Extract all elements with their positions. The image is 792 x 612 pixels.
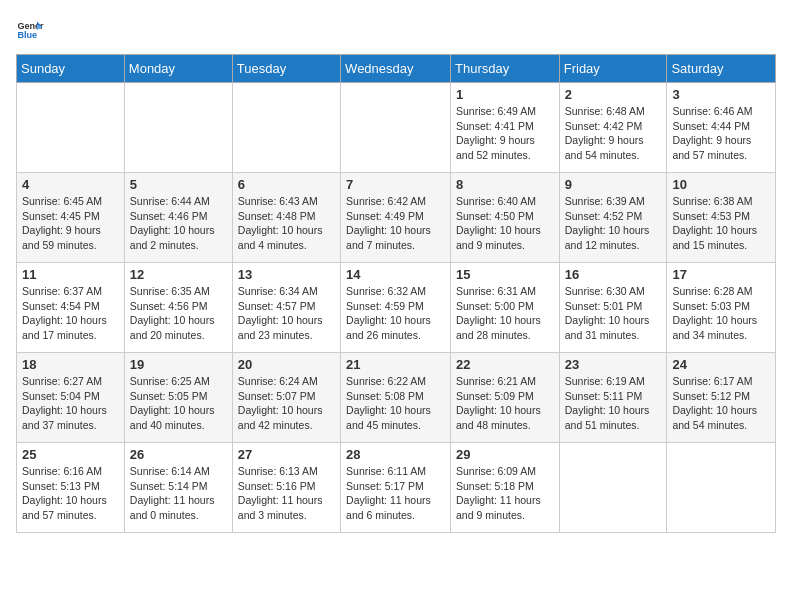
calendar-table: SundayMondayTuesdayWednesdayThursdayFrid…: [16, 54, 776, 533]
day-number: 3: [672, 87, 770, 102]
day-cell: 5Sunrise: 6:44 AM Sunset: 4:46 PM Daylig…: [124, 173, 232, 263]
day-cell: 20Sunrise: 6:24 AM Sunset: 5:07 PM Dayli…: [232, 353, 340, 443]
day-number: 15: [456, 267, 554, 282]
day-number: 2: [565, 87, 662, 102]
calendar-header-row: SundayMondayTuesdayWednesdayThursdayFrid…: [17, 55, 776, 83]
header-wednesday: Wednesday: [341, 55, 451, 83]
day-info: Sunrise: 6:19 AM Sunset: 5:11 PM Dayligh…: [565, 374, 662, 433]
day-cell: [17, 83, 125, 173]
day-number: 12: [130, 267, 227, 282]
day-number: 14: [346, 267, 445, 282]
day-cell: 7Sunrise: 6:42 AM Sunset: 4:49 PM Daylig…: [341, 173, 451, 263]
day-cell: 15Sunrise: 6:31 AM Sunset: 5:00 PM Dayli…: [451, 263, 560, 353]
day-cell: 29Sunrise: 6:09 AM Sunset: 5:18 PM Dayli…: [451, 443, 560, 533]
day-info: Sunrise: 6:45 AM Sunset: 4:45 PM Dayligh…: [22, 194, 119, 253]
day-cell: 9Sunrise: 6:39 AM Sunset: 4:52 PM Daylig…: [559, 173, 667, 263]
page-header: General Blue: [16, 16, 776, 44]
day-info: Sunrise: 6:11 AM Sunset: 5:17 PM Dayligh…: [346, 464, 445, 523]
day-number: 8: [456, 177, 554, 192]
day-number: 27: [238, 447, 335, 462]
day-cell: 24Sunrise: 6:17 AM Sunset: 5:12 PM Dayli…: [667, 353, 776, 443]
day-info: Sunrise: 6:48 AM Sunset: 4:42 PM Dayligh…: [565, 104, 662, 163]
day-number: 22: [456, 357, 554, 372]
svg-text:Blue: Blue: [17, 30, 37, 40]
day-info: Sunrise: 6:46 AM Sunset: 4:44 PM Dayligh…: [672, 104, 770, 163]
day-cell: 6Sunrise: 6:43 AM Sunset: 4:48 PM Daylig…: [232, 173, 340, 263]
day-info: Sunrise: 6:22 AM Sunset: 5:08 PM Dayligh…: [346, 374, 445, 433]
day-cell: 21Sunrise: 6:22 AM Sunset: 5:08 PM Dayli…: [341, 353, 451, 443]
day-cell: 12Sunrise: 6:35 AM Sunset: 4:56 PM Dayli…: [124, 263, 232, 353]
day-info: Sunrise: 6:38 AM Sunset: 4:53 PM Dayligh…: [672, 194, 770, 253]
header-saturday: Saturday: [667, 55, 776, 83]
header-thursday: Thursday: [451, 55, 560, 83]
logo-icon: General Blue: [16, 16, 44, 44]
day-info: Sunrise: 6:09 AM Sunset: 5:18 PM Dayligh…: [456, 464, 554, 523]
day-number: 26: [130, 447, 227, 462]
day-cell: 23Sunrise: 6:19 AM Sunset: 5:11 PM Dayli…: [559, 353, 667, 443]
header-friday: Friday: [559, 55, 667, 83]
day-info: Sunrise: 6:28 AM Sunset: 5:03 PM Dayligh…: [672, 284, 770, 343]
day-number: 7: [346, 177, 445, 192]
day-number: 11: [22, 267, 119, 282]
day-info: Sunrise: 6:32 AM Sunset: 4:59 PM Dayligh…: [346, 284, 445, 343]
day-info: Sunrise: 6:25 AM Sunset: 5:05 PM Dayligh…: [130, 374, 227, 433]
day-cell: 19Sunrise: 6:25 AM Sunset: 5:05 PM Dayli…: [124, 353, 232, 443]
day-cell: 22Sunrise: 6:21 AM Sunset: 5:09 PM Dayli…: [451, 353, 560, 443]
header-monday: Monday: [124, 55, 232, 83]
day-info: Sunrise: 6:44 AM Sunset: 4:46 PM Dayligh…: [130, 194, 227, 253]
day-cell: 27Sunrise: 6:13 AM Sunset: 5:16 PM Dayli…: [232, 443, 340, 533]
day-cell: 10Sunrise: 6:38 AM Sunset: 4:53 PM Dayli…: [667, 173, 776, 263]
day-number: 29: [456, 447, 554, 462]
day-number: 24: [672, 357, 770, 372]
day-cell: 13Sunrise: 6:34 AM Sunset: 4:57 PM Dayli…: [232, 263, 340, 353]
header-sunday: Sunday: [17, 55, 125, 83]
week-row-1: 1Sunrise: 6:49 AM Sunset: 4:41 PM Daylig…: [17, 83, 776, 173]
day-info: Sunrise: 6:30 AM Sunset: 5:01 PM Dayligh…: [565, 284, 662, 343]
day-number: 5: [130, 177, 227, 192]
week-row-2: 4Sunrise: 6:45 AM Sunset: 4:45 PM Daylig…: [17, 173, 776, 263]
day-number: 13: [238, 267, 335, 282]
week-row-4: 18Sunrise: 6:27 AM Sunset: 5:04 PM Dayli…: [17, 353, 776, 443]
day-number: 4: [22, 177, 119, 192]
day-number: 21: [346, 357, 445, 372]
day-cell: [232, 83, 340, 173]
day-number: 10: [672, 177, 770, 192]
day-info: Sunrise: 6:49 AM Sunset: 4:41 PM Dayligh…: [456, 104, 554, 163]
day-cell: 3Sunrise: 6:46 AM Sunset: 4:44 PM Daylig…: [667, 83, 776, 173]
day-cell: [559, 443, 667, 533]
day-info: Sunrise: 6:27 AM Sunset: 5:04 PM Dayligh…: [22, 374, 119, 433]
day-info: Sunrise: 6:42 AM Sunset: 4:49 PM Dayligh…: [346, 194, 445, 253]
day-info: Sunrise: 6:39 AM Sunset: 4:52 PM Dayligh…: [565, 194, 662, 253]
day-cell: [341, 83, 451, 173]
day-info: Sunrise: 6:40 AM Sunset: 4:50 PM Dayligh…: [456, 194, 554, 253]
header-tuesday: Tuesday: [232, 55, 340, 83]
day-number: 17: [672, 267, 770, 282]
day-number: 18: [22, 357, 119, 372]
day-cell: 1Sunrise: 6:49 AM Sunset: 4:41 PM Daylig…: [451, 83, 560, 173]
day-cell: 11Sunrise: 6:37 AM Sunset: 4:54 PM Dayli…: [17, 263, 125, 353]
day-number: 16: [565, 267, 662, 282]
day-info: Sunrise: 6:35 AM Sunset: 4:56 PM Dayligh…: [130, 284, 227, 343]
day-number: 6: [238, 177, 335, 192]
day-cell: 26Sunrise: 6:14 AM Sunset: 5:14 PM Dayli…: [124, 443, 232, 533]
day-number: 20: [238, 357, 335, 372]
day-cell: 25Sunrise: 6:16 AM Sunset: 5:13 PM Dayli…: [17, 443, 125, 533]
day-info: Sunrise: 6:17 AM Sunset: 5:12 PM Dayligh…: [672, 374, 770, 433]
day-info: Sunrise: 6:31 AM Sunset: 5:00 PM Dayligh…: [456, 284, 554, 343]
day-number: 23: [565, 357, 662, 372]
day-cell: [124, 83, 232, 173]
day-info: Sunrise: 6:43 AM Sunset: 4:48 PM Dayligh…: [238, 194, 335, 253]
day-info: Sunrise: 6:34 AM Sunset: 4:57 PM Dayligh…: [238, 284, 335, 343]
day-number: 25: [22, 447, 119, 462]
logo: General Blue: [16, 16, 48, 44]
day-cell: 14Sunrise: 6:32 AM Sunset: 4:59 PM Dayli…: [341, 263, 451, 353]
day-cell: 18Sunrise: 6:27 AM Sunset: 5:04 PM Dayli…: [17, 353, 125, 443]
day-number: 9: [565, 177, 662, 192]
day-cell: [667, 443, 776, 533]
day-cell: 4Sunrise: 6:45 AM Sunset: 4:45 PM Daylig…: [17, 173, 125, 263]
day-info: Sunrise: 6:13 AM Sunset: 5:16 PM Dayligh…: [238, 464, 335, 523]
day-info: Sunrise: 6:14 AM Sunset: 5:14 PM Dayligh…: [130, 464, 227, 523]
day-number: 1: [456, 87, 554, 102]
day-number: 19: [130, 357, 227, 372]
day-info: Sunrise: 6:21 AM Sunset: 5:09 PM Dayligh…: [456, 374, 554, 433]
